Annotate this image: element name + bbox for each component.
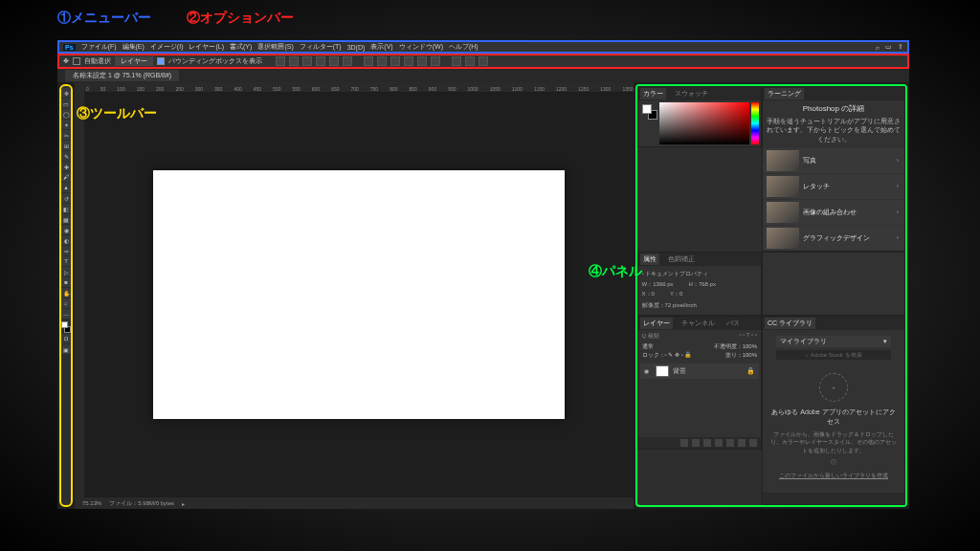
- mask-icon[interactable]: [703, 439, 711, 447]
- add-icon[interactable]: +: [819, 373, 848, 402]
- dodge-tool-icon[interactable]: ◐: [61, 235, 71, 245]
- canvas[interactable]: [153, 170, 565, 419]
- crop-tool-icon[interactable]: ✂: [61, 130, 71, 140]
- library-dropdown[interactable]: マイライブラリ▾: [776, 336, 891, 347]
- new-layer-icon[interactable]: [738, 439, 746, 447]
- eye-icon[interactable]: ◉: [644, 367, 652, 375]
- bounding-checkbox[interactable]: [157, 57, 165, 65]
- hue-slider[interactable]: [751, 102, 759, 144]
- menu-view[interactable]: 表示(V): [370, 42, 392, 52]
- tab-channels[interactable]: チャンネル: [679, 318, 718, 329]
- menu-help[interactable]: ヘルプ(H): [449, 42, 479, 52]
- mode-btn[interactable]: [452, 56, 461, 66]
- frame-tool-icon[interactable]: ⊞: [61, 141, 71, 150]
- fg-color-icon[interactable]: [642, 104, 652, 114]
- info-icon[interactable]: ⓘ: [831, 458, 836, 466]
- layer-dropdown[interactable]: レイヤー: [115, 56, 153, 66]
- layer-name[interactable]: 背景: [673, 366, 686, 376]
- mode-btn[interactable]: [465, 56, 475, 66]
- align-btn[interactable]: [343, 56, 352, 66]
- distribute-btn[interactable]: [390, 56, 400, 66]
- path-tool-icon[interactable]: ▷: [61, 267, 71, 276]
- tab-layers[interactable]: レイヤー: [640, 318, 673, 329]
- lasso-tool-icon[interactable]: ◯: [61, 109, 71, 119]
- eraser-tool-icon[interactable]: ◧: [61, 204, 71, 213]
- fg-bg-swatch[interactable]: [61, 321, 71, 333]
- align-btn[interactable]: [329, 56, 339, 66]
- distribute-btn[interactable]: [417, 56, 427, 66]
- canvas-viewport[interactable]: [84, 92, 634, 497]
- wand-tool-icon[interactable]: ✦: [61, 120, 71, 129]
- document-tab[interactable]: 名称未設定 1 @ 75.1% (RGB/8#): [65, 70, 179, 81]
- tab-learning[interactable]: ラーニング: [765, 88, 804, 99]
- group-icon[interactable]: [726, 439, 734, 447]
- layer-kind[interactable]: Q 種類: [642, 333, 659, 339]
- distribute-btn[interactable]: [377, 56, 387, 66]
- distribute-btn[interactable]: [404, 56, 413, 66]
- healing-tool-icon[interactable]: ✚: [61, 162, 71, 171]
- align-btn[interactable]: [289, 56, 299, 66]
- tab-library[interactable]: CC ライブラリ: [765, 318, 815, 329]
- pen-tool-icon[interactable]: ✑: [61, 246, 71, 255]
- move-tool-icon[interactable]: ✥: [61, 88, 71, 98]
- color-swatch[interactable]: [640, 102, 657, 144]
- search-icon[interactable]: ⌕: [876, 44, 880, 51]
- shape-tool-icon[interactable]: ■: [61, 277, 71, 287]
- move-tool-icon[interactable]: ✥: [63, 57, 69, 65]
- quickmask-icon[interactable]: ◘: [61, 334, 71, 343]
- stamp-tool-icon[interactable]: ▲: [61, 183, 71, 192]
- learning-item[interactable]: レタッチ›: [763, 174, 904, 199]
- edit-toolbar-icon[interactable]: ⋯: [61, 309, 71, 319]
- tab-paths[interactable]: パス: [724, 318, 743, 329]
- menu-type[interactable]: 書式(Y): [230, 42, 252, 52]
- marquee-tool-icon[interactable]: ▭: [61, 99, 71, 108]
- menu-window[interactable]: ウィンドウ(W): [399, 42, 443, 52]
- mode-btn[interactable]: [479, 56, 488, 66]
- chevron-right-icon[interactable]: ▸: [182, 500, 185, 507]
- distribute-btn[interactable]: [364, 56, 373, 66]
- text-tool-icon[interactable]: T: [61, 256, 71, 266]
- tab-adjustments[interactable]: 色調補正: [665, 253, 698, 265]
- tab-swatches[interactable]: スウォッチ: [672, 88, 711, 99]
- brush-tool-icon[interactable]: 🖌: [61, 172, 71, 182]
- tab-properties[interactable]: 属性: [640, 253, 659, 265]
- fill-value[interactable]: 100%: [743, 352, 757, 358]
- share-icon[interactable]: ⇧: [898, 43, 903, 51]
- ps-logo-icon[interactable]: Ps: [63, 44, 76, 51]
- auto-select-checkbox[interactable]: [73, 57, 80, 65]
- align-btn[interactable]: [302, 56, 312, 66]
- color-field[interactable]: [659, 102, 749, 144]
- library-link[interactable]: このファイルから新しいライブラリを作成: [779, 472, 888, 479]
- menu-file[interactable]: ファイル(F): [81, 42, 117, 52]
- menu-select[interactable]: 選択範囲(S): [257, 42, 293, 52]
- hand-tool-icon[interactable]: ✋: [61, 288, 71, 298]
- adjust-icon[interactable]: [715, 439, 723, 447]
- distribute-btn[interactable]: [431, 56, 440, 66]
- menu-layer[interactable]: レイヤー(L): [189, 42, 224, 52]
- tab-color[interactable]: カラー: [640, 88, 666, 99]
- learning-item[interactable]: 画像の組み合わせ›: [763, 200, 904, 225]
- menu-3d[interactable]: 3D(D): [347, 44, 366, 51]
- layer-row[interactable]: ◉ 背景 🔒: [640, 364, 759, 379]
- blend-mode[interactable]: 通常: [642, 343, 654, 349]
- zoom-tool-icon[interactable]: ⌕: [61, 298, 71, 308]
- gradient-tool-icon[interactable]: ▦: [61, 214, 71, 224]
- workspace-icon[interactable]: ▭: [885, 43, 892, 51]
- fg-color-icon[interactable]: [61, 321, 68, 328]
- eyedropper-tool-icon[interactable]: ✎: [61, 151, 71, 161]
- fx-icon[interactable]: [692, 439, 700, 447]
- learning-item[interactable]: グラフィックデザイン›: [763, 226, 904, 251]
- opacity-value[interactable]: 100%: [743, 343, 757, 349]
- trash-icon[interactable]: [749, 439, 757, 447]
- blur-tool-icon[interactable]: ◉: [61, 225, 71, 234]
- screenmode-icon[interactable]: ▣: [61, 344, 71, 354]
- menu-image[interactable]: イメージ(I): [150, 42, 184, 52]
- library-search[interactable]: ⌕ Adobe Stock を検索: [776, 350, 891, 360]
- menu-edit[interactable]: 編集(E): [122, 42, 145, 52]
- link-icon[interactable]: [680, 439, 688, 447]
- align-btn[interactable]: [316, 56, 325, 66]
- align-btn[interactable]: [276, 56, 285, 66]
- layer-thumb[interactable]: [656, 365, 669, 377]
- history-tool-icon[interactable]: ↺: [61, 193, 71, 203]
- learning-item[interactable]: 写真›: [763, 148, 904, 173]
